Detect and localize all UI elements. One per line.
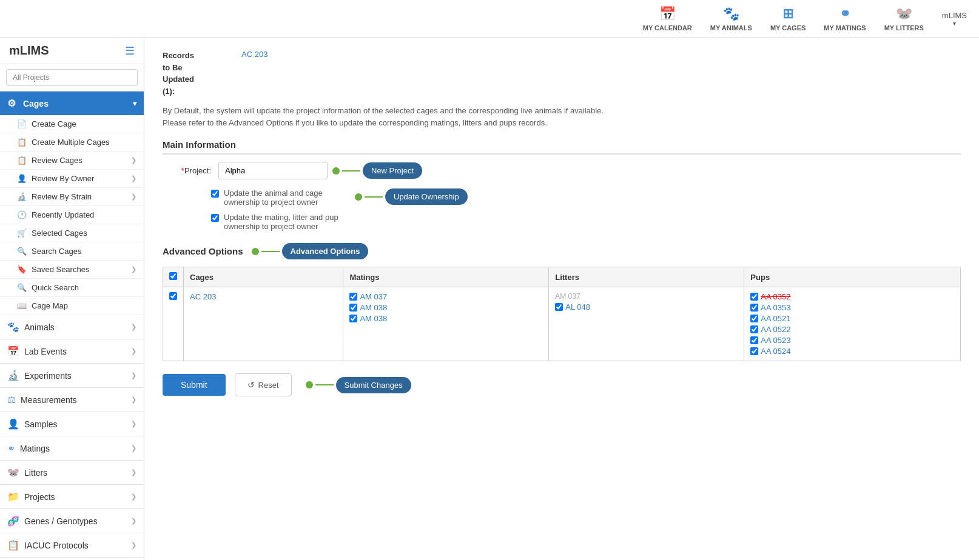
pup-link-aa0523[interactable]: AA 0523 <box>761 336 790 345</box>
checkbox-update-ownership[interactable] <box>211 190 219 198</box>
update-ownership-button[interactable]: Update Ownership <box>385 188 468 205</box>
nav-my-litters[interactable]: 🐭 MY LITTERS <box>884 6 924 32</box>
sidebar-item-iacuc[interactable]: 📋IACUC Protocols ❯ <box>0 533 144 558</box>
sidebar-item-search-cages[interactable]: 🔍 Search Cages <box>0 242 144 261</box>
litters-list: AM 037 AL 048 <box>555 292 738 312</box>
selected-cages-label: Selected Cages <box>32 228 87 238</box>
mating-link-am038-2[interactable]: AM 038 <box>360 314 387 323</box>
pup-checkbox-aa0524[interactable] <box>750 347 758 355</box>
review-by-strain-label: Review By Strain <box>32 192 92 201</box>
sidebar-item-matings[interactable]: ⚭Matings ❯ <box>0 436 144 461</box>
nav-my-calendar[interactable]: 📅 MY CALENDAR <box>643 6 692 32</box>
submit-changes-bubble-row: Submit Changes <box>306 377 411 393</box>
litter-link-al048[interactable]: AL 048 <box>565 302 590 312</box>
genes-sec-icon: 🧬 <box>7 515 19 527</box>
cage-link-ac203[interactable]: AC 203 <box>190 292 216 301</box>
review-by-owner-label: Review By Owner <box>32 174 94 183</box>
select-all-checkbox[interactable] <box>169 272 177 280</box>
nav-items: 📅 MY CALENDAR 🐾 MY ANIMALS ⊞ MY CAGES ⚭ … <box>643 6 967 32</box>
recently-updated-label: Recently Updated <box>32 210 94 219</box>
nav-my-animals[interactable]: 🐾 MY ANIMALS <box>710 6 752 32</box>
pup-checkbox-aa0352[interactable] <box>750 293 758 301</box>
records-value[interactable]: AC 203 <box>241 50 267 59</box>
sidebar-item-create-cage[interactable]: 📄 Create Cage <box>0 115 144 133</box>
sidebar-item-quick-search[interactable]: 🔍 Quick Search <box>0 279 144 297</box>
checkbox-update-mating-ownership[interactable] <box>211 214 219 222</box>
sidebar-item-experiments[interactable]: 🔬Experiments ❯ <box>0 364 144 388</box>
mating-link-am038-1[interactable]: AM 038 <box>360 303 387 312</box>
matings-cell: AM 037 AM 038 AM 038 <box>343 287 549 361</box>
pup-item-aa0523: AA 0523 <box>750 336 954 345</box>
pup-checkbox-aa0353[interactable] <box>750 304 758 312</box>
pup-checkbox-aa0521[interactable] <box>750 315 758 322</box>
project-search-input[interactable] <box>6 69 138 86</box>
cages-section-header[interactable]: ⚙ Cages ▾ <box>0 92 144 115</box>
sidebar-item-genes-genotypes[interactable]: 🧬Genes / Genotypes ❯ <box>0 509 144 533</box>
pup-checkbox-aa0523[interactable] <box>750 336 758 344</box>
pup-checkbox-aa0522[interactable] <box>750 325 758 333</box>
sidebar-item-cage-map[interactable]: 📖 Cage Map <box>0 297 144 315</box>
sidebar-item-review-by-owner[interactable]: 👤 Review By Owner ❯ <box>0 170 144 188</box>
pups-cell: AA 0352 AA 0353 AA 0521 <box>744 287 961 361</box>
new-project-dot <box>332 167 340 175</box>
matings-list: AM 037 AM 038 AM 038 <box>349 292 542 323</box>
matings-arrow-icon: ❯ <box>131 444 136 452</box>
pup-link-aa0352[interactable]: AA 0352 <box>761 292 790 301</box>
sidebar-item-measurements[interactable]: ⚖Measurements ❯ <box>0 388 144 412</box>
nav-my-cages[interactable]: ⊞ MY CAGES <box>770 6 806 32</box>
table-header-pups: Pups <box>744 267 961 287</box>
samples-arrow-icon: ❯ <box>131 420 136 428</box>
project-input[interactable] <box>218 162 328 179</box>
recently-updated-icon: 🕐 <box>17 210 27 219</box>
search-cages-icon: 🔍 <box>17 247 27 256</box>
pup-item-aa0352: AA 0352 <box>750 292 954 301</box>
sidebar-item-review-cages[interactable]: 📋 Review Cages ❯ <box>0 152 144 170</box>
iacuc-sec-icon: 📋 <box>7 539 19 551</box>
checkbox2-label: Update the mating, litter and pup owners… <box>224 213 345 231</box>
mating-link-am037[interactable]: AM 037 <box>360 292 387 301</box>
info-text-2: Please refer to the Advanced Options if … <box>163 118 961 127</box>
submit-changes-button[interactable]: Submit Changes <box>336 377 411 393</box>
mating-checkbox-1[interactable] <box>349 293 357 301</box>
saved-searches-icon: 🔖 <box>17 265 27 274</box>
new-project-button[interactable]: New Project <box>363 162 422 179</box>
sidebar-item-samples[interactable]: 👤Samples ❯ <box>0 412 144 436</box>
update-ownership-connector <box>365 196 383 198</box>
animals-label: Animals <box>24 322 55 332</box>
sidebar-item-lab-events[interactable]: 📅Lab Events ❯ <box>0 339 144 364</box>
pups-list: AA 0352 AA 0353 AA 0521 <box>750 292 954 356</box>
projects-sec-icon: 📁 <box>7 491 19 502</box>
samples-sec-icon: 👤 <box>7 418 19 430</box>
pup-link-aa0521[interactable]: AA 0521 <box>761 314 790 323</box>
pup-link-aa0353[interactable]: AA 0353 <box>761 303 790 312</box>
sidebar-item-litters[interactable]: 🐭Litters ❯ <box>0 461 144 485</box>
advanced-options-bubble-row: Advanced Options <box>252 243 369 259</box>
sidebar-item-review-by-strain[interactable]: 🔬 Review By Strain ❯ <box>0 188 144 206</box>
hamburger-icon[interactable]: ☰ <box>125 44 135 58</box>
advanced-options-button[interactable]: Advanced Options <box>282 243 369 259</box>
sidebar-item-animals[interactable]: 🐾Animals ❯ <box>0 315 144 339</box>
mating-checkbox-3[interactable] <box>349 315 357 322</box>
pup-link-aa0524[interactable]: AA 0524 <box>761 347 790 356</box>
sidebar-brand: mLIMS ☰ <box>0 38 144 64</box>
sidebar-item-create-multiple-cages[interactable]: 📋 Create Multiple Cages <box>0 133 144 152</box>
sidebar-item-projects[interactable]: 📁Projects ❯ <box>0 485 144 509</box>
reset-icon: ↺ <box>247 380 255 390</box>
submit-button[interactable]: Submit <box>163 374 226 396</box>
litter-checkbox-al048[interactable] <box>555 303 563 311</box>
pup-item-aa0353: AA 0353 <box>750 303 954 312</box>
iacuc-label: IACUC Protocols <box>24 541 89 550</box>
nav-user-menu[interactable]: mLIMS ▾ <box>942 11 967 27</box>
info-text-1: By Default, the system will update the p… <box>163 106 961 115</box>
sidebar-item-selected-cages[interactable]: 🛒 Selected Cages <box>0 224 144 242</box>
nav-my-matings[interactable]: ⚭ MY MATINGS <box>824 6 866 32</box>
mating-checkbox-2[interactable] <box>349 304 357 312</box>
new-project-connector <box>342 170 360 172</box>
sidebar-item-saved-searches[interactable]: 🔖 Saved Searches ❯ <box>0 261 144 279</box>
sidebar-item-recently-updated[interactable]: 🕐 Recently Updated <box>0 206 144 224</box>
lab-events-label: Lab Events <box>24 347 67 356</box>
pup-link-aa0522[interactable]: AA 0522 <box>761 325 790 334</box>
reset-button[interactable]: ↺ Reset <box>235 373 292 396</box>
row-checkbox[interactable] <box>169 292 177 300</box>
cages-nav-icon: ⊞ <box>782 6 793 22</box>
